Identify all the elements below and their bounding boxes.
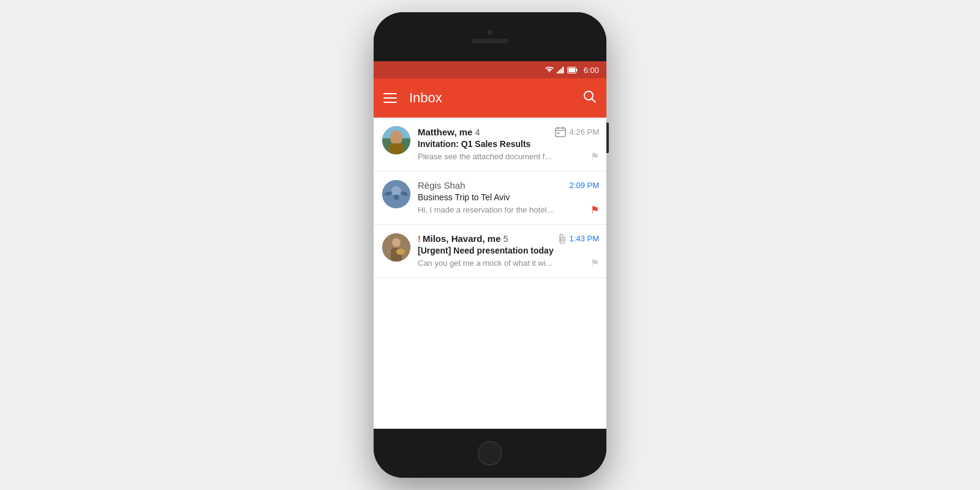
status-time: 6:00 (584, 66, 599, 75)
svg-rect-16 (562, 127, 564, 129)
hamburger-line-1 (383, 93, 397, 94)
app-bar-title: Inbox (409, 90, 583, 106)
hamburger-line-3 (383, 102, 397, 103)
email-preview-1: Please see the attached document f... (418, 152, 586, 161)
svg-rect-15 (557, 127, 559, 129)
avatar-image-1 (382, 126, 410, 154)
svg-rect-1 (559, 70, 560, 74)
phone-camera (488, 30, 492, 35)
flag-icon-1: ⚑ (590, 151, 599, 162)
email-list: Matthew, me 4 4:26 PM (374, 118, 606, 429)
email-sender-2: Régis Shah (418, 180, 570, 190)
search-button[interactable] (583, 90, 597, 107)
svg-line-8 (592, 99, 595, 102)
hamburger-line-2 (383, 97, 397, 99)
avatar-regis (382, 180, 410, 208)
app-bar: Inbox (374, 78, 606, 118)
avatar-image-2 (382, 180, 410, 208)
svg-point-21 (391, 186, 401, 196)
status-icons: 6:00 (545, 66, 599, 75)
home-button[interactable] (478, 441, 502, 466)
avatar-image-3 (382, 233, 410, 262)
avatar-matthew (382, 126, 410, 154)
svg-rect-18 (557, 132, 559, 134)
svg-rect-14 (556, 128, 565, 137)
email-time-2: 2:09 PM (570, 181, 599, 190)
email-header-2: Régis Shah 2:09 PM (418, 180, 599, 190)
svg-rect-5 (568, 68, 575, 72)
email-meta-right-1: 4:26 PM (555, 126, 599, 137)
email-item-1[interactable]: Matthew, me 4 4:26 PM (374, 118, 606, 172)
phone-side-button (606, 123, 609, 153)
search-icon (583, 90, 597, 104)
phone-device: 6:00 Inbox (374, 12, 606, 478)
email-preview-row-1: Please see the attached document f... ⚑ (418, 151, 599, 162)
email-content-1: Matthew, me 4 4:26 PM (418, 126, 599, 162)
email-preview-row-2: Hi, I made a reservation for the hotel..… (418, 204, 599, 216)
phone-speaker (472, 39, 508, 43)
flag-icon-2: ⚑ (590, 204, 599, 216)
email-header-3: !Milos, Havard, me 5 1:43 PM (418, 233, 599, 244)
email-header-1: Matthew, me 4 4:26 PM (418, 126, 599, 137)
svg-point-12 (390, 130, 402, 145)
email-time-3: 1:43 PM (570, 234, 599, 243)
hamburger-menu-button[interactable] (383, 93, 397, 103)
email-preview-3: Can you get me a mock of what it wi... (418, 258, 586, 268)
flag-icon-3: ⚑ (590, 257, 599, 269)
email-subject-3: [Urgent] Need presentation today (418, 246, 599, 255)
calendar-icon-1 (555, 126, 566, 137)
email-sender-3: !Milos, Havard, me 5 (418, 233, 557, 244)
email-time-1: 4:26 PM (570, 127, 599, 137)
battery-icon (567, 67, 578, 74)
status-bar: 6:00 (374, 61, 606, 78)
phone-screen: 6:00 Inbox (374, 61, 606, 429)
email-content-3: !Milos, Havard, me 5 1:43 PM [Urgent] Ne… (418, 233, 599, 269)
svg-point-26 (392, 238, 401, 247)
email-subject-2: Business Trip to Tel Aviv (418, 192, 599, 202)
email-item-3[interactable]: !Milos, Havard, me 5 1:43 PM [Urgent] Ne… (374, 225, 606, 278)
email-subject-1: Invitation: Q1 Sales Results (418, 139, 599, 149)
email-sender-1: Matthew, me 4 (418, 127, 555, 137)
wifi-icon (545, 67, 554, 74)
email-meta-right-2: 2:09 PM (570, 181, 599, 190)
svg-rect-13 (388, 143, 404, 154)
svg-rect-0 (557, 72, 559, 74)
email-meta-right-3: 1:43 PM (557, 234, 599, 244)
svg-point-28 (396, 249, 405, 255)
email-item-2[interactable]: Régis Shah 2:09 PM Business Trip to Tel … (374, 172, 606, 225)
svg-rect-24 (394, 195, 399, 200)
avatar-milos (382, 233, 410, 262)
phone-bottom-bezel (374, 429, 606, 478)
email-preview-row-3: Can you get me a mock of what it wi... ⚑ (418, 257, 599, 269)
svg-rect-3 (562, 67, 564, 74)
phone-top-bezel (374, 12, 606, 61)
svg-rect-6 (576, 69, 577, 71)
signal-icon (557, 67, 564, 74)
attachment-icon-1 (557, 234, 566, 244)
email-content-2: Régis Shah 2:09 PM Business Trip to Tel … (418, 180, 599, 216)
email-preview-2: Hi, I made a reservation for the hotel..… (418, 205, 586, 214)
svg-rect-2 (560, 69, 562, 74)
urgent-marker: ! (418, 233, 421, 244)
